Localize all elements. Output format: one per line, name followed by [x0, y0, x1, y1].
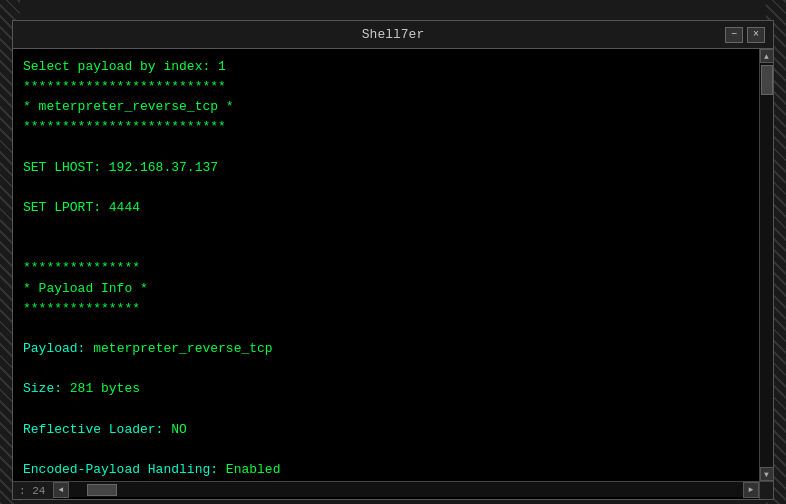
size-label: Size:	[23, 381, 62, 396]
terminal-line-9	[23, 218, 749, 238]
terminal-line-20	[23, 440, 749, 460]
h-scrollbar-thumb[interactable]	[87, 484, 117, 496]
h-scrollbar-track[interactable]	[69, 482, 743, 497]
scroll-right-button[interactable]: ►	[743, 482, 759, 498]
scrollbar-track[interactable]	[760, 63, 773, 467]
terminal-line-12: * Payload Info *	[23, 279, 749, 299]
title-bar: Shell7er − ×	[13, 21, 773, 49]
encoded-value: Enabled	[218, 462, 280, 477]
terminal-line-1: Select payload by index: 1	[23, 57, 749, 77]
scroll-up-button[interactable]: ▲	[760, 49, 774, 63]
vertical-scrollbar: ▲ ▼	[759, 49, 773, 481]
terminal-line-16	[23, 359, 749, 379]
minimize-button[interactable]: −	[725, 27, 743, 43]
reflective-value: NO	[163, 422, 186, 437]
close-button[interactable]: ×	[747, 27, 765, 43]
terminal-line-13: ***************	[23, 299, 749, 319]
payload-label: Payload:	[23, 341, 85, 356]
terminal-line-8: SET LPORT: 4444	[23, 198, 749, 218]
terminal-line-15: Payload: meterpreter_reverse_tcp	[23, 339, 749, 359]
window-body: Select payload by index: 1 *************…	[13, 49, 773, 481]
size-value: 281 bytes	[62, 381, 140, 396]
terminal-line-14	[23, 319, 749, 339]
status-bar: : 24	[13, 481, 53, 499]
horizontal-scrollbar: ◄ ►	[53, 481, 759, 497]
terminal-line-19: Reflective Loader: NO	[23, 420, 749, 440]
encoded-label: Encoded-Payload Handling:	[23, 462, 218, 477]
scrollbar-thumb[interactable]	[761, 65, 773, 95]
reflective-label: Reflective Loader:	[23, 422, 163, 437]
status-text: : 24	[19, 485, 45, 497]
terminal-line-5	[23, 138, 749, 158]
terminal-line-17: Size: 281 bytes	[23, 379, 749, 399]
scroll-down-button[interactable]: ▼	[760, 467, 774, 481]
terminal-line-18	[23, 399, 749, 419]
payload-value: meterpreter_reverse_tcp	[85, 341, 272, 356]
terminal-line-21: Encoded-Payload Handling: Enabled	[23, 460, 749, 480]
scroll-left-button[interactable]: ◄	[53, 482, 69, 498]
terminal-line-11: ***************	[23, 258, 749, 278]
terminal-line-6: SET LHOST: 192.168.37.137	[23, 158, 749, 178]
terminal-line-2: **************************	[23, 77, 749, 97]
scrollbar-corner	[759, 481, 773, 499]
window-title: Shell7er	[61, 27, 725, 42]
shell7er-window: Shell7er − × Select payload by index: 1 …	[12, 20, 774, 500]
terminal[interactable]: Select payload by index: 1 *************…	[13, 49, 759, 481]
window-controls: − ×	[725, 27, 765, 43]
terminal-line-3: * meterpreter_reverse_tcp *	[23, 97, 749, 117]
terminal-line-7	[23, 178, 749, 198]
desktop: Shell7er − × Select payload by index: 1 …	[0, 0, 786, 504]
terminal-line-4: **************************	[23, 117, 749, 137]
terminal-line-10	[23, 238, 749, 258]
